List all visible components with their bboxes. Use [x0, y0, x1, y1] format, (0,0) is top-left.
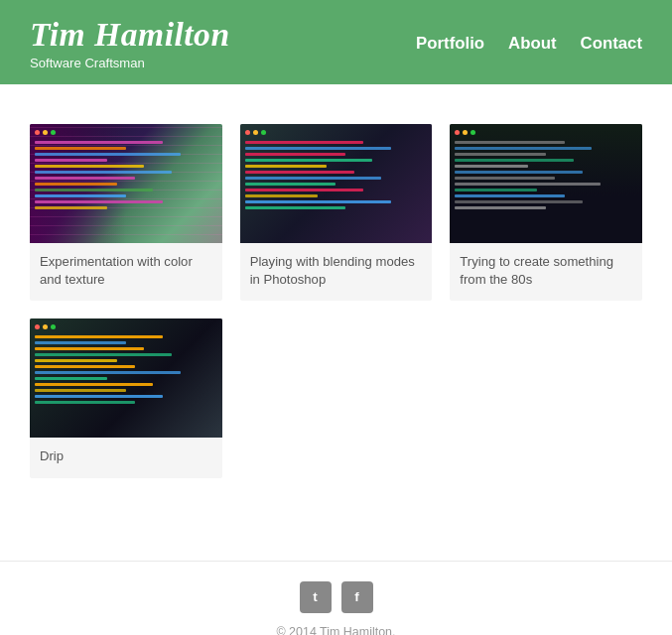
portfolio-caption-2: Playing with blending modes in Photoshop [240, 243, 433, 302]
footer-copyright: © 2014 Tim Hamilton. [0, 625, 672, 635]
social-icons: t f [0, 581, 672, 613]
portfolio-grid: Experimentation with color and texture [30, 124, 642, 478]
site-subtitle: Software Craftsman [30, 56, 230, 70]
portfolio-thumb-4 [30, 318, 222, 438]
facebook-icon: f [354, 589, 359, 604]
site-title: Tim Hamilton [30, 18, 230, 52]
portfolio-item-1[interactable]: Experimentation with color and texture [30, 124, 222, 302]
site-footer: t f © 2014 Tim Hamilton. [0, 561, 672, 635]
main-nav: Portfolio About Contact [416, 34, 642, 54]
portfolio-caption-1: Experimentation with color and texture [30, 243, 222, 302]
portfolio-item-4[interactable]: Drip [30, 318, 222, 477]
portfolio-thumb-3 [450, 124, 642, 243]
portfolio-caption-4: Drip [30, 438, 222, 477]
portfolio-thumb-2 [240, 124, 433, 243]
twitter-link[interactable]: t [300, 581, 332, 613]
portfolio-caption-3: Trying to create something from the 80s [450, 243, 642, 302]
twitter-icon: t [313, 589, 318, 604]
nav-portfolio[interactable]: Portfolio [416, 34, 484, 54]
portfolio-thumb-1 [30, 124, 222, 243]
facebook-link[interactable]: f [341, 581, 373, 613]
site-header: Tim Hamilton Software Craftsman Portfoli… [0, 0, 672, 84]
portfolio-item-2[interactable]: Playing with blending modes in Photoshop [240, 124, 433, 302]
portfolio-item-3[interactable]: Trying to create something from the 80s [450, 124, 642, 302]
header-branding: Tim Hamilton Software Craftsman [30, 18, 230, 70]
nav-contact[interactable]: Contact [581, 34, 642, 54]
main-content: Experimentation with color and texture [0, 84, 672, 561]
nav-about[interactable]: About [508, 34, 556, 54]
